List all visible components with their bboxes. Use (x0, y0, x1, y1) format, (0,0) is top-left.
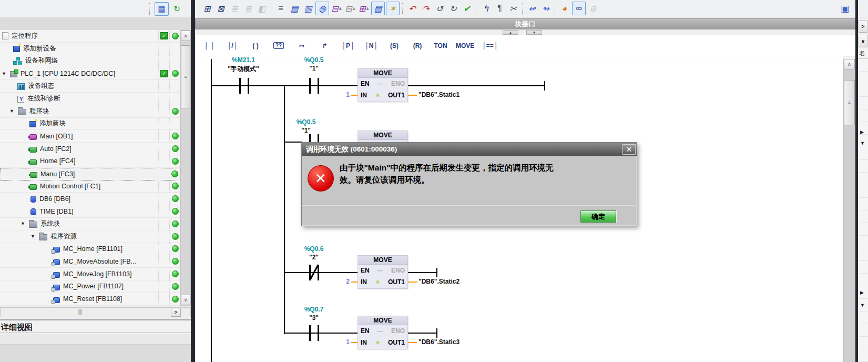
favorite-instruction-button[interactable]: (S) (383, 37, 405, 55)
toolbar-icon[interactable]: ◧ (256, 2, 268, 15)
toolbar-icon[interactable]: ≡ (274, 2, 287, 15)
tree-row[interactable]: Motion Control [FC1] ✓ (0, 180, 180, 193)
toolbar-icon[interactable]: ⊟± (330, 2, 343, 15)
toolbar-icon[interactable]: ↬ (539, 2, 552, 15)
operand-name[interactable]: "2" (293, 254, 335, 261)
toolbar-icon[interactable]: ⊞ (201, 2, 213, 15)
tree-row[interactable]: ▼ 系统块 ✓ (0, 218, 180, 230)
toolbar-icon[interactable]: ✂ (507, 2, 519, 15)
editor-layout-icon[interactable]: ▣ (841, 3, 849, 14)
splitter-up-icon[interactable]: ▲ (503, 30, 518, 35)
tree-row[interactable]: MC_MoveJog [FB1103] ✓ (0, 268, 180, 280)
operand-address[interactable]: %Q0.7 (293, 306, 335, 313)
tree-row[interactable]: MC_Reset [FB1108] ✓ (0, 293, 180, 306)
tree-row[interactable]: 添加新设备 ✓ (0, 43, 180, 55)
tree-row[interactable]: Home [FC4] ✓ (0, 155, 180, 168)
contact-symbol[interactable] (318, 325, 319, 341)
toolbar-icon[interactable]: ▥ (302, 2, 314, 15)
row-expand-icon[interactable]: ▶ (860, 290, 864, 295)
scroll-up-icon[interactable]: ∧ (844, 59, 855, 69)
move-block[interactable]: MOVE EN—ENO IN✳OUT1 (358, 68, 408, 102)
ok-button[interactable]: 确定 (580, 210, 616, 223)
tree-row[interactable]: Main [OB1] ✓ (0, 130, 180, 143)
toolbar-icon[interactable]: ≣ (228, 2, 241, 15)
editor-vertical-scrollbar[interactable]: ∧ ≡ (843, 59, 855, 362)
toolbar-icon[interactable]: ↷ (420, 2, 432, 15)
toolbar-icon[interactable] (271, 3, 272, 14)
panel-divider[interactable] (191, 0, 195, 362)
toolbar-icon[interactable]: ↺ (433, 2, 446, 15)
toolbar-icon[interactable]: ◍ (315, 2, 329, 15)
expand-pane-icon[interactable]: > (859, 20, 867, 33)
favorite-instruction-button[interactable]: ↱ (314, 37, 336, 55)
toolbar-icon[interactable] (555, 3, 556, 14)
toolbar-icon[interactable]: ≣ (242, 2, 254, 15)
out-operand[interactable]: "DB6".Static3 (418, 338, 459, 346)
tree-row[interactable]: MC_Home [FB1101] ✓ (0, 243, 180, 256)
toolbar-icon[interactable]: ∞ (572, 2, 586, 15)
tree-refresh-icon[interactable]: ↻ (170, 3, 183, 15)
tree-row[interactable]: 设备组态 ✓ (0, 80, 180, 93)
toolbar-icon[interactable] (522, 3, 523, 14)
operand-name[interactable]: "1" (285, 127, 327, 134)
contact-symbol[interactable] (318, 78, 319, 94)
favorite-instruction-button[interactable]: ↦ (291, 37, 313, 55)
favorite-instruction-button[interactable]: TON (430, 37, 452, 55)
in-value[interactable]: 2 (329, 278, 350, 285)
tree-horizontal-scrollbar[interactable]: |||| > (0, 307, 191, 317)
scroll-down-icon[interactable]: ∨ (181, 295, 190, 305)
tree-vertical-scrollbar[interactable]: ∧ ≡ ∨ (180, 30, 191, 306)
toolbar-icon[interactable] (402, 3, 403, 14)
toolbar-icon[interactable]: ↻ (447, 2, 459, 15)
dialog-titlebar[interactable]: 调用环境无效 (0601:000036) ✕ (302, 143, 637, 156)
toolbar-icon[interactable]: ▤ (371, 2, 385, 15)
operand-address[interactable]: %Q0.6 (293, 245, 335, 253)
favorite-instruction-button[interactable]: ┤P├ (337, 37, 359, 55)
favorite-instruction-button[interactable]: MOVE (453, 37, 477, 55)
toolbar-icon[interactable]: ✶ (386, 2, 400, 15)
row-drop-icon[interactable]: ▼ (860, 140, 865, 146)
hscroll-grip[interactable]: |||| (73, 309, 87, 316)
close-icon[interactable]: ✕ (622, 144, 636, 155)
tree-row[interactable]: DB6 [DB6] ✓ (0, 193, 180, 205)
row-drop-icon[interactable]: ▼ (860, 303, 865, 308)
tree-scroll-thumb[interactable]: ≡ (181, 45, 190, 108)
contact-symbol[interactable] (248, 78, 249, 94)
row-expand-icon[interactable]: ▶ (860, 129, 864, 135)
tree-row[interactable]: MC_MoveAbsolute [FB... ✓ (0, 255, 180, 268)
toolbar-icon[interactable]: ◕ (558, 2, 571, 15)
tree-row[interactable]: 在线和诊断 ✓ (0, 93, 180, 105)
favorite-instruction-button[interactable]: ( ) (244, 37, 267, 55)
splitter-down-icon[interactable]: ▼ (526, 30, 542, 35)
scroll-up-icon[interactable]: ∧ (181, 31, 190, 41)
tree-row[interactable]: ▼ 程序块 ✓ (0, 105, 180, 118)
block-interface-bar[interactable]: 块接口 (195, 18, 855, 29)
toolbar-icon[interactable]: ⊠ (215, 2, 227, 15)
toolbar-icon[interactable]: ⊟± (344, 2, 356, 15)
tree-details-view-icon[interactable]: ▦ (155, 2, 169, 16)
favorite-instruction-button[interactable]: ┤ ├ (198, 37, 220, 55)
tree-row[interactable]: Manu [FC3] ✓ (0, 168, 180, 180)
toolbar-icon[interactable]: ⊜ (587, 2, 599, 15)
toolbar-icon[interactable]: ✔ (461, 2, 473, 15)
move-block[interactable]: MOVE EN—ENO IN✳OUT1 (358, 255, 408, 289)
toolbar-icon-dropdown[interactable]: ± (353, 6, 355, 11)
operand-address[interactable]: %Q0.5 (293, 56, 335, 64)
operand-address[interactable]: %Q0.5 (285, 118, 327, 126)
favorite-instruction-button[interactable]: (R) (406, 37, 428, 55)
toolbar-icon[interactable]: ↰ (479, 2, 492, 15)
operand-name[interactable]: "1" (293, 65, 335, 72)
in-value[interactable]: 1 (329, 91, 350, 98)
toolbar-icon[interactable]: ¶ (493, 2, 506, 15)
tree-row[interactable]: MC_Power [FB1107] ✓ (0, 280, 180, 293)
out-operand[interactable]: "DB6".Static2 (418, 278, 459, 285)
tree-row[interactable]: TIME [DB1] ✓ (0, 205, 180, 218)
toolbar-icon[interactable] (476, 3, 477, 14)
tree-row[interactable]: 添加新块 ✓ (0, 118, 180, 130)
expand-arrow-icon[interactable]: ▼ (30, 234, 39, 239)
contact-symbol[interactable] (309, 78, 311, 94)
expand-arrow-icon[interactable]: ▼ (21, 221, 29, 226)
tree-row[interactable]: Auto [FC2] ✓ (0, 143, 180, 155)
toolbar-icon-dropdown[interactable]: ± (339, 6, 342, 11)
toolbar-icon[interactable]: ↶ (406, 2, 418, 15)
